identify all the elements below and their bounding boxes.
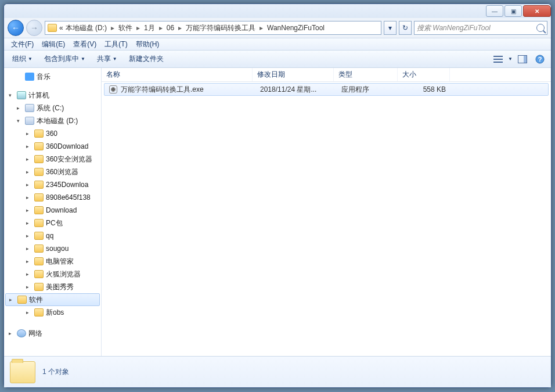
- chevron-right-icon: ▸: [135, 24, 142, 32]
- file-name-cell: 万能字符编码转换工具.exe: [104, 85, 255, 95]
- chevron-right-icon: ▸: [258, 24, 265, 32]
- tree-item-folder[interactable]: ▸360浏览器: [4, 166, 101, 178]
- breadcrumb-item[interactable]: 万能字符编码转换工具: [186, 23, 255, 33]
- computer-icon: [17, 91, 26, 99]
- folder-icon: [34, 283, 44, 291]
- folder-icon: [34, 206, 44, 214]
- tree-item-folder[interactable]: ▸新obs: [4, 306, 101, 319]
- drive-icon: [25, 117, 34, 125]
- details-pane: 1 个对象: [4, 356, 551, 387]
- tree-item-folder[interactable]: ▸电脑管家: [4, 255, 101, 268]
- view-options-button[interactable]: [491, 53, 506, 66]
- command-bar: 组织▼ 包含到库中▼ 共享▼ 新建文件夹 ▼ ?: [4, 51, 551, 68]
- exe-icon: [109, 85, 117, 93]
- folder-icon: [34, 270, 44, 278]
- folder-large-icon: [10, 361, 35, 383]
- menu-file[interactable]: 文件(F): [8, 38, 37, 51]
- menu-help[interactable]: 帮助(H): [132, 38, 163, 51]
- svg-rect-0: [493, 56, 503, 57]
- folder-icon: [34, 257, 44, 265]
- tree-item-folder[interactable]: ▸Download: [4, 204, 101, 217]
- tree-item-folder[interactable]: ▸sougou: [4, 242, 101, 255]
- tree-item-drive-d[interactable]: ▾本地磁盘 (D:): [4, 114, 101, 127]
- drive-icon: [25, 104, 34, 112]
- address-bar[interactable]: « 本地磁盘 (D:)▸ 软件▸ 1月▸ 06▸ 万能字符编码转换工具▸ Wan…: [45, 21, 381, 35]
- folder-icon: [34, 244, 44, 253]
- folder-icon: [34, 219, 44, 227]
- address-dropdown-button[interactable]: ▾: [384, 21, 397, 35]
- tree-item-computer[interactable]: ▾计算机: [4, 89, 101, 102]
- item-count-label: 1 个对象: [42, 367, 69, 377]
- folder-icon: [34, 308, 44, 317]
- maximize-button[interactable]: ▣: [504, 5, 522, 17]
- minimize-button[interactable]: —: [486, 5, 503, 17]
- chevron-down-icon: ▼: [113, 56, 117, 62]
- refresh-button[interactable]: ↻: [399, 21, 412, 35]
- breadcrumb-item[interactable]: 软件: [118, 23, 132, 33]
- tree-item-folder[interactable]: ▸qq: [4, 229, 101, 242]
- tree-item-folder[interactable]: ▸360安全浏览器: [4, 153, 101, 166]
- tree-item-folder[interactable]: ▸360: [4, 127, 101, 140]
- folder-icon: [17, 296, 27, 304]
- menu-tools[interactable]: 工具(T): [101, 38, 131, 51]
- column-size[interactable]: 大小: [398, 68, 450, 81]
- new-folder-button[interactable]: 新建文件夹: [124, 52, 168, 66]
- chevron-right-icon: ▸: [157, 24, 164, 32]
- menu-edit[interactable]: 编辑(E): [38, 38, 69, 51]
- svg-rect-2: [493, 62, 503, 63]
- include-in-library-button[interactable]: 包含到库中▼: [39, 52, 90, 66]
- tree-item-folder-selected[interactable]: ▸软件: [5, 293, 100, 306]
- search-placeholder: 搜索 WanNengZiFuTool: [417, 23, 491, 33]
- explorer-window: — ▣ ✕ ← → « 本地磁盘 (D:)▸ 软件▸ 1月▸ 06▸ 万能字符编…: [3, 3, 552, 388]
- breadcrumb-item[interactable]: WanNengZiFuTool: [267, 24, 325, 32]
- svg-rect-4: [524, 56, 527, 63]
- column-name[interactable]: 名称: [102, 68, 253, 81]
- file-list-pane: 名称 修改日期 类型 大小 万能字符编码转换工具.exe 2018/11/24 …: [102, 68, 551, 356]
- svg-text:?: ?: [538, 56, 542, 63]
- chevron-right-icon: ▸: [176, 24, 183, 32]
- search-icon: [536, 24, 545, 32]
- column-date[interactable]: 修改日期: [253, 68, 334, 81]
- back-button[interactable]: ←: [8, 20, 24, 36]
- tree-item-folder[interactable]: ▸PC包: [4, 217, 101, 229]
- tree-item-folder[interactable]: ▸2345Downloa: [4, 178, 101, 191]
- tree-item-folder[interactable]: ▸360Download: [4, 140, 101, 153]
- search-input[interactable]: 搜索 WanNengZiFuTool: [414, 21, 547, 35]
- tree-item-folder[interactable]: ▸8908e645f138: [4, 191, 101, 204]
- navigation-pane: 音乐 ▾计算机 ▸系统 (C:) ▾本地磁盘 (D:) ▸360 ▸360Dow…: [4, 68, 102, 356]
- tree-item-drive-c[interactable]: ▸系统 (C:): [4, 102, 101, 114]
- folder-icon: [34, 142, 44, 150]
- menu-view[interactable]: 查看(V): [70, 38, 100, 51]
- chevron-down-icon: ▼: [81, 56, 85, 62]
- breadcrumb-item[interactable]: 本地磁盘 (D:): [66, 23, 107, 33]
- file-type-cell: 应用程序: [337, 85, 401, 95]
- navigation-bar: ← → « 本地磁盘 (D:)▸ 软件▸ 1月▸ 06▸ 万能字符编码转换工具▸…: [4, 18, 551, 38]
- file-date-cell: 2018/11/24 星期...: [255, 85, 337, 95]
- close-button[interactable]: ✕: [523, 5, 551, 17]
- breadcrumb-item[interactable]: 06: [167, 24, 174, 32]
- column-type[interactable]: 类型: [334, 68, 398, 81]
- help-button[interactable]: ?: [532, 53, 547, 66]
- folder-icon: [34, 193, 44, 202]
- network-icon: [17, 329, 26, 337]
- folder-icon: [34, 168, 44, 176]
- tree-item-folder[interactable]: ▸美图秀秀: [4, 280, 101, 293]
- organize-button[interactable]: 组织▼: [8, 52, 37, 66]
- music-icon: [25, 73, 34, 81]
- tree-item-folder[interactable]: ▸火狐浏览器: [4, 268, 101, 280]
- menu-bar: 文件(F) 编辑(E) 查看(V) 工具(T) 帮助(H): [4, 38, 551, 51]
- chevron-down-icon[interactable]: ▼: [508, 56, 513, 62]
- breadcrumb-item[interactable]: 1月: [144, 23, 155, 33]
- share-button[interactable]: 共享▼: [92, 52, 122, 66]
- forward-button[interactable]: →: [26, 20, 42, 36]
- chevron-right-icon: ▸: [109, 24, 116, 32]
- tree-item-music[interactable]: 音乐: [4, 70, 101, 83]
- svg-rect-1: [493, 59, 503, 60]
- file-row[interactable]: 万能字符编码转换工具.exe 2018/11/24 星期... 应用程序 558…: [104, 83, 549, 96]
- title-bar: — ▣ ✕: [4, 4, 551, 18]
- column-headers: 名称 修改日期 类型 大小: [102, 68, 551, 82]
- folder-icon: [34, 155, 44, 163]
- preview-pane-button[interactable]: [515, 53, 530, 66]
- window-controls: — ▣ ✕: [485, 5, 551, 17]
- tree-item-network[interactable]: ▸网络: [4, 327, 101, 340]
